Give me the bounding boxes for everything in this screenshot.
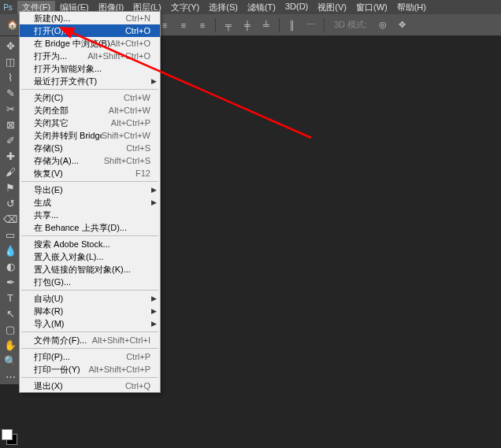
history-brush-icon[interactable]: ↺ (2, 195, 19, 211)
menu-item[interactable]: 置入嵌入对象(L)... (20, 250, 160, 263)
menu-6[interactable]: 滤镜(T) (243, 1, 280, 14)
menu-item[interactable]: 打开为智能对象... (20, 62, 160, 75)
menu-9[interactable]: 窗口(W) (351, 1, 392, 14)
menu-item[interactable]: 最近打开文件(T)▶ (20, 75, 160, 87)
menu-item-shortcut: Shift+Ctrl+W (102, 131, 150, 140)
menu-item-label: 打印(P)... (34, 351, 70, 363)
menu-item[interactable]: 在 Behance 上共享(D)... (20, 221, 160, 234)
menu-item-label: 恢复(V) (34, 168, 63, 180)
menu-4[interactable]: 文字(Y) (166, 1, 205, 14)
menu-item[interactable]: 文件简介(F)...Alt+Shift+Ctrl+I (20, 334, 160, 346)
menu-item-label: 生成 (34, 197, 51, 209)
align-right-icon[interactable]: ≡ (193, 16, 212, 35)
menu-item[interactable]: 在 Bridge 中浏览(B)...Alt+Ctrl+O (20, 37, 160, 50)
distribute-h-icon[interactable]: ║ (283, 16, 302, 35)
menu-divider (21, 235, 158, 236)
menu-item-label: 脚本(R) (34, 305, 63, 317)
menu-item[interactable]: 共享... (20, 209, 160, 221)
menu-item-label: 在 Behance 上共享(D)... (34, 222, 127, 234)
menu-item[interactable]: 置入链接的智能对象(K)... (20, 263, 160, 276)
menu-item-label: 导入(M) (34, 318, 65, 330)
menu-item[interactable]: 打包(G)... (20, 276, 160, 288)
menu-item[interactable]: 存储为(A)...Shift+Ctrl+S (20, 154, 160, 167)
clone-tool-icon[interactable]: ⚑ (2, 180, 19, 195)
file-menu-dropdown: 新建(N)...Ctrl+N打开(O)...Ctrl+O在 Bridge 中浏览… (19, 11, 161, 393)
3d-pan-icon[interactable]: ✥ (392, 16, 411, 35)
menu-item[interactable]: 新建(N)...Ctrl+N (20, 12, 160, 24)
submenu-arrow-icon: ▶ (151, 320, 157, 328)
menu-item-label: 存储(S) (34, 143, 63, 154)
menu-item[interactable]: 关闭全部Alt+Ctrl+W (20, 104, 160, 117)
3d-orbit-icon[interactable]: ◎ (373, 16, 392, 35)
distribute-middle-icon[interactable]: ╪ (238, 16, 257, 35)
menu-item[interactable]: 自动(U)▶ (20, 292, 160, 305)
menu-item[interactable]: 存储(S)Ctrl+S (20, 142, 160, 154)
menu-item-shortcut: Ctrl+S (126, 143, 150, 153)
menu-item[interactable]: 关闭其它Alt+Ctrl+P (20, 117, 160, 129)
menu-divider (21, 348, 158, 349)
menu-item-label: 共享... (34, 209, 58, 221)
menu-item-label: 最近打开文件(T) (34, 76, 97, 87)
color-swatches[interactable] (2, 429, 19, 446)
menu-7[interactable]: 3D(D) (280, 1, 313, 14)
pen-tool-icon[interactable]: ✒ (2, 274, 19, 290)
type-tool-icon[interactable]: T (2, 290, 19, 305)
menu-item[interactable]: 关闭并转到 Bridge...Shift+Ctrl+W (20, 129, 160, 142)
more-options-icon[interactable]: ⋯ (302, 16, 321, 35)
menu-item-shortcut: Alt+Ctrl+O (110, 39, 150, 48)
move-tool-icon[interactable]: ✥ (2, 38, 19, 54)
edit-toolbar-icon[interactable]: ⋯ (2, 368, 19, 384)
path-select-icon[interactable]: ↖ (2, 305, 19, 321)
brush-tool-icon[interactable]: 🖌 (2, 164, 19, 180)
eraser-tool-icon[interactable]: ⌫ (2, 211, 19, 227)
menu-item-shortcut: Alt+Ctrl+W (109, 106, 150, 115)
menu-item-label: 关闭并转到 Bridge... (34, 130, 102, 142)
align-center-icon[interactable]: ≡ (174, 16, 193, 35)
menu-item-label: 在 Bridge 中浏览(B)... (34, 38, 110, 50)
gradient-tool-icon[interactable]: ▭ (2, 227, 19, 243)
frame-tool-icon[interactable]: ⊠ (2, 117, 19, 132)
menu-item[interactable]: 恢复(V)F12 (20, 167, 160, 180)
menu-item[interactable]: 打印一份(Y)Alt+Shift+Ctrl+P (20, 363, 160, 376)
menu-8[interactable]: 视图(V) (313, 1, 351, 14)
menu-5[interactable]: 选择(S) (204, 1, 243, 14)
healing-tool-icon[interactable]: ✚ (2, 148, 19, 164)
menu-item-label: 导出(E) (34, 184, 63, 196)
menu-item[interactable]: 打印(P)...Ctrl+P (20, 350, 160, 363)
menu-item-label: 文件简介(F)... (34, 335, 87, 346)
menu-item-label: 关闭(C) (34, 92, 63, 104)
menu-item[interactable]: 打开(O)...Ctrl+O (20, 24, 160, 37)
app-logo-icon: Ps (2, 1, 14, 13)
menu-divider (21, 89, 158, 90)
submenu-arrow-icon: ▶ (151, 77, 157, 85)
zoom-tool-icon[interactable]: 🔍 (2, 353, 19, 368)
menu-item-label: 打印一份(Y) (34, 364, 80, 376)
eyedropper-tool-icon[interactable]: ✐ (2, 132, 19, 148)
mode-label: 3D 模式: (328, 19, 373, 31)
menu-item[interactable]: 搜索 Adobe Stock... (20, 238, 160, 250)
marquee-tool-icon[interactable]: ◫ (2, 54, 19, 69)
distribute-bottom-icon[interactable]: ╧ (257, 16, 276, 35)
hand-tool-icon[interactable]: ✋ (2, 337, 19, 353)
menu-item[interactable]: 打开为...Alt+Shift+Ctrl+O (20, 50, 160, 62)
menu-item[interactable]: 导入(M)▶ (20, 317, 160, 330)
lasso-tool-icon[interactable]: ⌇ (2, 69, 19, 85)
menu-item-label: 打开为智能对象... (34, 63, 102, 75)
menu-10[interactable]: 帮助(H) (392, 1, 431, 14)
menu-item-shortcut: Alt+Shift+Ctrl+O (87, 51, 150, 61)
menu-item[interactable]: 生成▶ (20, 196, 160, 209)
submenu-arrow-icon: ▶ (151, 186, 157, 194)
menu-item[interactable]: 导出(E)▶ (20, 183, 160, 196)
menu-item[interactable]: 脚本(R)▶ (20, 305, 160, 317)
menu-item[interactable]: 退出(X)Ctrl+Q (20, 380, 160, 392)
shape-tool-icon[interactable]: ▢ (2, 321, 19, 337)
distribute-top-icon[interactable]: ╤ (219, 16, 238, 35)
blur-tool-icon[interactable]: 💧 (2, 243, 19, 258)
menu-item-label: 退出(X) (34, 380, 63, 392)
dodge-tool-icon[interactable]: ◐ (2, 258, 19, 274)
foreground-swatch[interactable] (2, 429, 13, 440)
menu-item-shortcut: Alt+Shift+Ctrl+P (88, 365, 150, 374)
crop-tool-icon[interactable]: ✂ (2, 101, 19, 117)
quick-select-tool-icon[interactable]: ✎ (2, 85, 19, 101)
menu-item[interactable]: 关闭(C)Ctrl+W (20, 91, 160, 104)
